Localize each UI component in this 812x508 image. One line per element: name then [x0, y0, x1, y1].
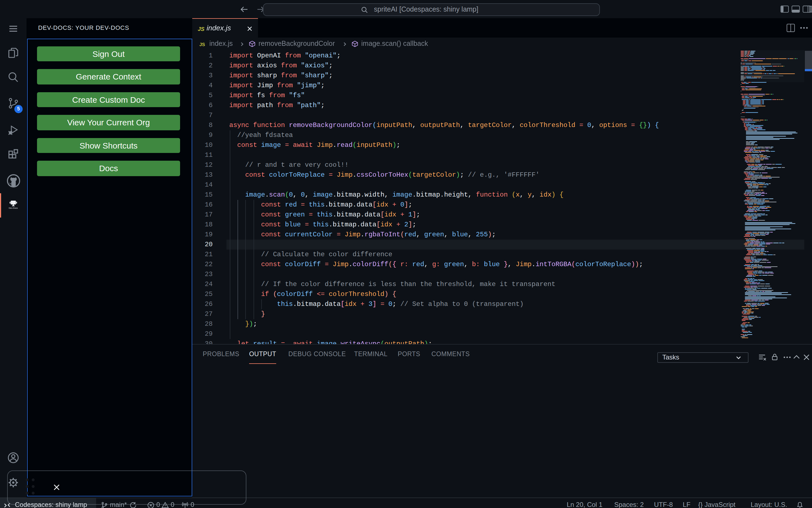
svg-text:JS: JS [198, 26, 205, 32]
svg-text:JS: JS [199, 42, 205, 47]
svg-text:Dev-Docs: Dev-Docs [9, 207, 18, 209]
